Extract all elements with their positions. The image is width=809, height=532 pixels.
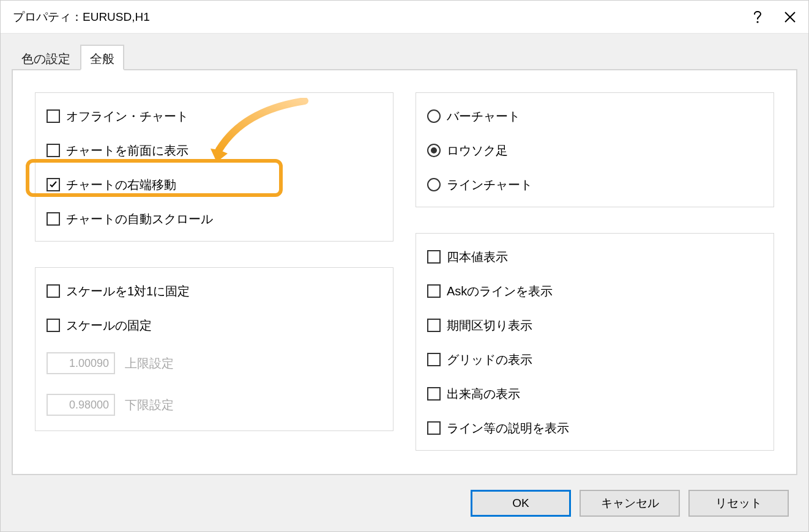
titlebar: プロパティ：EURUSD,H1 — [1, 1, 808, 34]
radio-line-chart[interactable]: ラインチャート — [427, 177, 762, 192]
checkbox-icon[interactable] — [427, 353, 441, 366]
properties-dialog: プロパティ：EURUSD,H1 色の設定 全般 オフライン・チャート — [0, 0, 809, 532]
radio-label: バーチャート — [447, 108, 520, 125]
tab-general[interactable]: 全般 — [80, 45, 124, 70]
radio-icon[interactable] — [427, 144, 441, 157]
help-icon[interactable] — [744, 1, 772, 33]
reset-button[interactable]: リセット — [688, 490, 789, 517]
checkbox-show-period-separators[interactable]: 期間区切り表示 — [427, 318, 762, 333]
lower-limit-label: 下限設定 — [125, 397, 174, 413]
checkbox-show-ohlc[interactable]: 四本値表示 — [427, 249, 762, 264]
checkbox-chart-autoscroll[interactable]: チャートの自動スクロール — [47, 212, 382, 226]
cancel-button[interactable]: キャンセル — [580, 490, 680, 517]
lower-limit-input[interactable] — [47, 394, 115, 416]
close-icon[interactable] — [772, 1, 808, 33]
display-options-group: 四本値表示 Askのラインを表示 期間区切り表示 グリッドの表示 — [416, 233, 774, 451]
scale-group: スケールを1対1に固定 スケールの固定 上限設定 下限設定 — [35, 267, 393, 431]
chart-options-group: オフライン・チャート チャートを前面に表示 チャートの右端移動 チャー — [35, 92, 393, 242]
radio-label: ロウソク足 — [447, 142, 508, 159]
dialog-body: 色の設定 全般 オフライン・チャート チャートを前面に表示 — [1, 34, 808, 531]
checkbox-label: ライン等の説明を表示 — [447, 420, 569, 437]
checkbox-icon[interactable] — [47, 212, 60, 226]
checkbox-icon[interactable] — [47, 178, 60, 191]
checkbox-icon[interactable] — [427, 250, 441, 264]
upper-limit-label: 上限設定 — [125, 355, 174, 372]
checkbox-show-ask-line[interactable]: Askのラインを表示 — [427, 284, 762, 298]
window-title: プロパティ：EURUSD,H1 — [13, 9, 744, 25]
upper-limit-row: 上限設定 — [47, 352, 382, 374]
checkbox-chart-shift[interactable]: チャートの右端移動 — [47, 177, 382, 192]
right-column: バーチャート ロウソク足 ラインチャート — [416, 92, 774, 452]
tab-panel-general: オフライン・チャート チャートを前面に表示 チャートの右端移動 チャー — [12, 69, 797, 475]
chart-type-group: バーチャート ロウソク足 ラインチャート — [416, 92, 774, 207]
tab-colors[interactable]: 色の設定 — [12, 45, 80, 70]
dialog-footer: OK キャンセル リセット — [12, 485, 797, 522]
checkbox-label: 四本値表示 — [447, 249, 508, 265]
ok-button[interactable]: OK — [471, 490, 571, 517]
checkbox-label: 出来高の表示 — [447, 386, 520, 402]
checkbox-chart-on-foreground[interactable]: チャートを前面に表示 — [47, 143, 382, 158]
lower-limit-row: 下限設定 — [47, 394, 382, 416]
svg-point-0 — [756, 21, 758, 23]
checkbox-label: チャートの自動スクロール — [66, 211, 213, 227]
checkbox-icon[interactable] — [427, 387, 441, 401]
checkbox-icon[interactable] — [47, 144, 60, 157]
tab-row: 色の設定 全般 — [12, 45, 797, 70]
upper-limit-input[interactable] — [47, 352, 115, 374]
radio-candlestick[interactable]: ロウソク足 — [427, 143, 762, 158]
checkbox-show-volume[interactable]: 出来高の表示 — [427, 386, 762, 401]
checkbox-icon[interactable] — [47, 109, 60, 123]
checkbox-scale-fix[interactable]: スケールの固定 — [47, 318, 382, 333]
radio-label: ラインチャート — [447, 177, 532, 193]
checkbox-label: Askのラインを表示 — [447, 283, 553, 300]
radio-icon[interactable] — [427, 109, 441, 123]
checkbox-label: 期間区切り表示 — [447, 317, 532, 334]
checkbox-icon[interactable] — [47, 284, 60, 298]
radio-bar-chart[interactable]: バーチャート — [427, 109, 762, 124]
checkbox-icon[interactable] — [427, 421, 441, 435]
checkbox-offline-chart[interactable]: オフライン・チャート — [47, 109, 382, 124]
checkbox-label: オフライン・チャート — [66, 108, 188, 125]
checkbox-show-object-descriptions[interactable]: ライン等の説明を表示 — [427, 421, 762, 435]
checkbox-icon[interactable] — [427, 284, 441, 298]
checkbox-label: グリッドの表示 — [447, 352, 532, 368]
left-column: オフライン・チャート チャートを前面に表示 チャートの右端移動 チャー — [35, 92, 393, 452]
checkbox-icon[interactable] — [427, 319, 441, 332]
checkbox-show-grid[interactable]: グリッドの表示 — [427, 352, 762, 367]
checkbox-scale-1to1[interactable]: スケールを1対1に固定 — [47, 284, 382, 298]
checkbox-label: スケールの固定 — [66, 317, 152, 334]
checkbox-icon[interactable] — [47, 319, 60, 332]
checkbox-label: スケールを1対1に固定 — [66, 283, 190, 300]
radio-icon[interactable] — [427, 178, 441, 191]
checkbox-label: チャートを前面に表示 — [66, 142, 188, 159]
checkbox-label: チャートの右端移動 — [66, 177, 176, 193]
